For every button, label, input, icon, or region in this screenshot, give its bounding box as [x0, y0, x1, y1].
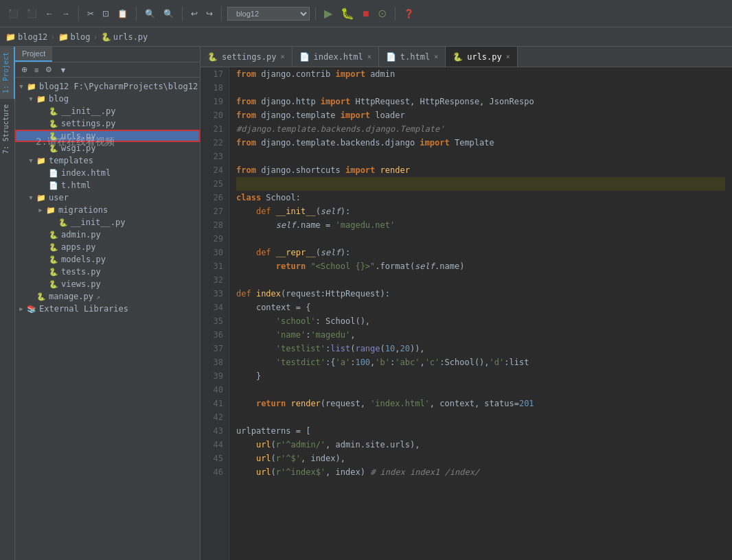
tree-item-migrations[interactable]: ▶ 📁 migrations: [15, 204, 200, 216]
toolbar-btn-1[interactable]: ⬛: [5, 8, 21, 20]
ln-44: 44: [206, 438, 223, 452]
run-button[interactable]: ▶: [321, 5, 335, 21]
help-button[interactable]: ❓: [401, 8, 417, 20]
py-icon-views: 🐍: [48, 279, 59, 290]
code-line-24: from django.shortcuts import render: [236, 163, 725, 177]
py-icon-tab-urls: 🐍: [453, 52, 463, 62]
toolbar-btn-back[interactable]: ←: [43, 8, 56, 20]
tree-item-manage-py[interactable]: ▶ 🐍 manage.py ↗: [15, 290, 200, 303]
toolbar-btn-search2[interactable]: 🔍: [161, 8, 176, 20]
sidebar-tabs: Project: [15, 47, 200, 62]
py-icon-breadcrumb: 🐍: [101, 32, 111, 42]
tree-item-init2-py[interactable]: ▶ 🐍 __init__.py: [15, 216, 200, 229]
vtab-project[interactable]: 1: Project: [0, 47, 15, 99]
tree-label-blog: blog: [49, 94, 69, 104]
run-config-dropdown[interactable]: blog12: [227, 7, 310, 21]
folder-icon-blog12: 📁: [26, 81, 37, 92]
tree-item-models-py[interactable]: ▶ 🐍 models.py: [15, 253, 200, 266]
code-line-20: from django.template import loader: [236, 108, 725, 122]
close-tab-urls[interactable]: ×: [506, 53, 510, 60]
breadcrumb-blog12[interactable]: 📁 blog12: [5, 32, 47, 42]
folder-icon-blog: 📁: [36, 93, 47, 104]
toolbar-sep-1: [78, 7, 79, 21]
tree-item-ext-libs[interactable]: ▶ 📚 External Libraries: [15, 303, 200, 315]
tree-item-views-py[interactable]: ▶ 🐍 views.py: [15, 278, 200, 290]
tree-label-settings: settings.py: [61, 119, 115, 128]
expand-icon-user: ▼: [26, 194, 36, 201]
tree-item-admin-py[interactable]: ▶ 🐍 admin.py: [15, 229, 200, 241]
file-tree: ▼ 📁 blog12 F:\PycharmProjects\blog12 ▼ 📁…: [15, 78, 200, 560]
editor-tab-index-html[interactable]: 📄 index.html ×: [293, 47, 379, 67]
folder-icon-templates: 📁: [36, 155, 47, 166]
tree-label-apps: apps.py: [61, 242, 96, 252]
code-line-36: 'name':'magedu',: [236, 328, 725, 342]
coverage-button[interactable]: ⊙: [375, 5, 389, 21]
py-icon-wsgi: 🐍: [48, 143, 59, 154]
sidebar-tab-project[interactable]: Project: [15, 47, 52, 62]
tree-item-wsgi-py[interactable]: ▶ 🐍 wsgi.py: [15, 142, 200, 154]
toolbar-sep-5: [315, 7, 316, 21]
folder-icon-user: 📁: [36, 192, 47, 203]
tree-item-blog12[interactable]: ▼ 📁 blog12 F:\PycharmProjects\blog12: [15, 80, 200, 93]
editor-tab-t-html[interactable]: 📄 t.html ×: [379, 47, 446, 67]
toolbar-btn-paste[interactable]: 📋: [115, 8, 130, 20]
close-tab-index[interactable]: ×: [367, 53, 371, 60]
toolbar-btn-redo[interactable]: ↪: [203, 8, 216, 20]
tree-item-init-py[interactable]: ▶ 🐍 __init__.py: [15, 105, 200, 117]
code-line-26: class School:: [236, 191, 725, 205]
tree-label-user: user: [49, 193, 69, 202]
code-line-17: from django.contrib import admin: [236, 67, 725, 81]
sidebar-settings-btn[interactable]: ▼: [57, 65, 69, 75]
breadcrumb-urls-py[interactable]: 🐍 urls.py: [101, 32, 148, 42]
tree-item-t-html[interactable]: ▶ 📄 t.html: [15, 179, 200, 191]
toolbar-btn-cut[interactable]: ✂: [84, 8, 97, 20]
toolbar-btn-2[interactable]: ⬛: [24, 8, 40, 20]
tree-label-index-html: index.html: [61, 168, 111, 178]
debug-button[interactable]: 🐛: [338, 5, 357, 21]
close-tab-settings[interactable]: ×: [280, 53, 284, 60]
sidebar-collapse-btn[interactable]: ≡: [32, 65, 41, 75]
main-toolbar: ⬛ ⬛ ← → ✂ ⊡ 📋 🔍 🔍 ↩ ↪ blog12 ▶ 🐛 ■ ⊙ ❓: [0, 0, 732, 27]
close-tab-t[interactable]: ×: [434, 53, 438, 60]
tree-item-index-html[interactable]: ▶ 📄 index.html: [15, 167, 200, 179]
vtab-structure[interactable]: 7: Structure: [0, 99, 15, 159]
ln-20: 20: [206, 108, 223, 122]
code-line-23: [236, 150, 725, 163]
code-content[interactable]: from django.contrib import admin from dj…: [229, 67, 732, 560]
tree-item-templates[interactable]: ▼ 📁 templates: [15, 154, 200, 167]
expand-icon-templates: ▼: [26, 157, 36, 164]
tree-item-apps-py[interactable]: ▶ 🐍 apps.py: [15, 241, 200, 253]
code-editor[interactable]: 17 18 19 20 21 22 23 24 25 26 27 28 29 3…: [201, 67, 732, 560]
toolbar-btn-forward[interactable]: →: [59, 8, 73, 20]
tree-item-settings-py[interactable]: ▶ 🐍 settings.py: [15, 117, 200, 130]
code-line-46: url(r'^index$', index) # index index1 /i…: [236, 465, 725, 479]
tab-label-settings: settings.py: [222, 52, 276, 62]
toolbar-btn-copy[interactable]: ⊡: [100, 8, 112, 20]
code-line-25: [236, 177, 725, 191]
tree-item-user[interactable]: ▼ 📁 user: [15, 191, 200, 204]
ln-33: 33: [206, 287, 223, 301]
tree-label-init: __init__.py: [61, 106, 115, 116]
ln-22: 22: [206, 136, 223, 150]
stop-button[interactable]: ■: [360, 6, 372, 21]
editor-tab-urls-py[interactable]: 🐍 urls.py ×: [446, 47, 518, 67]
toolbar-btn-undo[interactable]: ↩: [188, 8, 201, 20]
py-icon-init: 🐍: [48, 106, 59, 117]
py-icon-manage: 🐍: [36, 291, 47, 302]
ln-24: 24: [206, 163, 223, 177]
breadcrumb-blog[interactable]: 📁 blog: [58, 32, 91, 42]
breadcrumb-bar: 📁 blog12 › 📁 blog › 🐍 urls.py: [0, 27, 732, 47]
sidebar-locate-btn[interactable]: ⊕: [19, 65, 30, 75]
code-line-21: #django.template.backends.django.Templat…: [236, 122, 725, 136]
ln-23: 23: [206, 150, 223, 163]
tree-label-templates: templates: [49, 156, 93, 165]
ln-30: 30: [206, 246, 223, 259]
toolbar-btn-search1[interactable]: 🔍: [142, 8, 158, 20]
editor-tab-settings-py[interactable]: 🐍 settings.py ×: [201, 47, 293, 67]
tab-label-t-html: t.html: [400, 52, 430, 62]
tree-item-blog[interactable]: ▼ 📁 blog: [15, 93, 200, 105]
tree-item-tests-py[interactable]: ▶ 🐍 tests.py: [15, 266, 200, 278]
tree-item-urls-py[interactable]: ▶ 🐍 urls.py: [15, 130, 200, 142]
sidebar-gear-btn[interactable]: ⚙: [43, 65, 54, 75]
ln-29: 29: [206, 232, 223, 246]
